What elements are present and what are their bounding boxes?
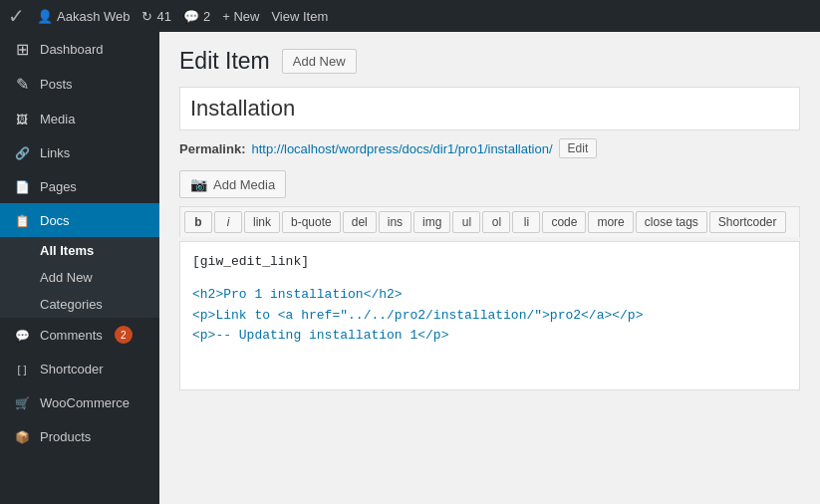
page-title-row: Edit Item Add New	[179, 48, 800, 75]
toolbar-code[interactable]: code	[542, 211, 586, 233]
sidebar-item-label: Shortcoder	[40, 362, 104, 377]
shortcoder-icon	[12, 360, 32, 378]
sidebar-item-shortcoder[interactable]: Shortcoder	[0, 352, 159, 385]
docs-submenu: All Items Add New Categories	[0, 237, 159, 318]
wp-logo-icon[interactable]: ✓	[8, 4, 25, 28]
sidebar-item-label: Links	[40, 145, 70, 160]
editor-line-1: [giw_edit_link]	[192, 252, 787, 273]
sidebar-item-dashboard[interactable]: Dashboard	[0, 32, 159, 67]
sidebar-item-label: Comments	[40, 328, 103, 343]
sidebar-subitem-categories[interactable]: Categories	[0, 291, 159, 318]
sidebar-item-label: Posts	[40, 77, 73, 92]
updates-icon: ↻	[141, 9, 152, 24]
updates-item[interactable]: ↻ 41	[141, 9, 170, 24]
editor-line-2: <h2>Pro 1 installation</h2>	[192, 285, 787, 306]
sidebar-subitem-add-new[interactable]: Add New	[0, 264, 159, 291]
sidebar-item-label: WooCommerce	[40, 395, 130, 410]
comments-badge: 2	[115, 326, 133, 344]
item-title-input[interactable]	[179, 87, 800, 130]
sidebar-item-pages[interactable]: Pages	[0, 169, 159, 203]
toolbar-img[interactable]: img	[413, 211, 450, 233]
products-icon	[12, 427, 32, 445]
site-name[interactable]: 👤 Aakash Web	[37, 9, 130, 24]
permalink-row: Permalink: http://localhost/wordpress/do…	[179, 138, 800, 158]
toolbar-ol[interactable]: ol	[482, 211, 510, 233]
permalink-edit-button[interactable]: Edit	[559, 138, 598, 158]
toolbar-italic[interactable]: i	[214, 211, 242, 233]
toolbar-more[interactable]: more	[588, 211, 633, 233]
comments-menu-icon	[12, 326, 32, 344]
sidebar-item-posts[interactable]: Posts	[0, 67, 159, 102]
woo-icon	[12, 393, 32, 411]
view-item-link[interactable]: View Item	[271, 9, 328, 24]
pages-icon	[12, 177, 32, 195]
comments-icon: 💬	[183, 9, 199, 24]
editor-content[interactable]: [giw_edit_link] <h2>Pro 1 installation</…	[179, 241, 800, 390]
media-icon	[12, 110, 32, 127]
toolbar-shortcoder[interactable]: Shortcoder	[709, 211, 786, 233]
editor-line-4: <p>-- Updating installation 1</p>	[192, 326, 787, 347]
sidebar-item-products[interactable]: Products	[0, 419, 159, 453]
new-item[interactable]: + New	[222, 9, 259, 24]
sidebar-item-links[interactable]: Links	[0, 135, 159, 169]
posts-icon	[12, 75, 32, 94]
toolbar-del[interactable]: del	[343, 211, 377, 233]
editor-line-3: <p>Link to <a href="../../pro2/installat…	[192, 306, 787, 327]
add-media-button[interactable]: 📷 Add Media	[179, 170, 286, 198]
editor-toolbar: b i link b-quote del ins img ul ol li co…	[179, 206, 800, 237]
toolbar-bquote[interactable]: b-quote	[282, 211, 341, 233]
sidebar-item-label: Docs	[40, 213, 70, 228]
admin-bar: ✓ 👤 Aakash Web ↻ 41 💬 2 + New View Item	[0, 0, 820, 32]
media-row: 📷 Add Media	[179, 170, 800, 198]
content-area: Edit Item Add New Permalink: http://loca…	[159, 32, 820, 504]
docs-icon	[12, 211, 32, 229]
sidebar-item-docs[interactable]: Docs	[0, 203, 159, 237]
permalink-url[interactable]: http://localhost/wordpress/docs/dir1/pro…	[251, 141, 552, 156]
sidebar-item-label: Dashboard	[40, 42, 104, 57]
links-icon	[12, 143, 32, 161]
add-new-button[interactable]: Add New	[282, 49, 357, 74]
toolbar-ul[interactable]: ul	[452, 211, 480, 233]
dashboard-icon	[12, 40, 32, 59]
sidebar-item-label: Products	[40, 429, 91, 444]
toolbar-li[interactable]: li	[512, 211, 540, 233]
page-title: Edit Item	[179, 48, 270, 75]
add-media-icon: 📷	[190, 176, 207, 192]
user-icon: 👤	[37, 9, 53, 24]
sidebar-item-woocommerce[interactable]: WooCommerce	[0, 385, 159, 419]
comments-item[interactable]: 💬 2	[183, 9, 210, 24]
toolbar-close-tags[interactable]: close tags	[636, 211, 707, 233]
sidebar-item-media[interactable]: Media	[0, 102, 159, 135]
active-arrow	[151, 212, 159, 228]
sidebar-item-label: Pages	[40, 179, 77, 194]
sidebar-subitem-all-items[interactable]: All Items	[0, 237, 159, 264]
toolbar-bold[interactable]: b	[184, 211, 212, 233]
toolbar-link[interactable]: link	[244, 211, 280, 233]
sidebar: Dashboard Posts Media Links Pages Docs	[0, 32, 159, 504]
toolbar-ins[interactable]: ins	[379, 211, 411, 233]
sidebar-item-label: Media	[40, 112, 75, 126]
sidebar-item-comments[interactable]: Comments 2	[0, 318, 159, 352]
permalink-label: Permalink:	[179, 141, 245, 156]
